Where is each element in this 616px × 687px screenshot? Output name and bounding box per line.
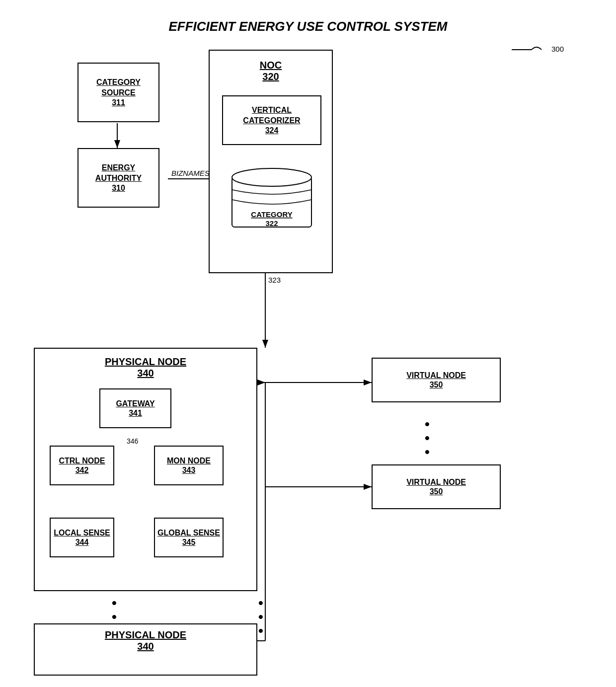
local-sense-num: 344 [76,538,89,547]
physical-node-1-num: 340 [35,368,256,379]
global-sense-label: GLOBAL SENSE [157,528,220,538]
category-source-label: CATEGORY SOURCE [96,77,141,98]
energy-authority-box: ENERGY AUTHORITY 310 [77,148,159,208]
physical-node-1-box: PHYSICAL NODE 340 GATEWAY 341 346 CTRL N… [34,348,257,591]
gateway-num: 341 [129,409,142,418]
category-source-box: CATEGORY SOURCE 311 [77,63,159,122]
noc-label: NOC [210,60,332,71]
local-sense-box: LOCAL SENSE 344 [50,518,114,557]
noc-box: NOC 320 VERTICAL CATEGORIZER 324 CATEGOR… [209,50,333,273]
mon-node-num: 343 [182,466,196,475]
local-sense-label: LOCAL SENSE [54,528,110,538]
ref-346: 346 [127,437,138,445]
energy-authority-label: ENERGY AUTHORITY [95,163,142,184]
global-sense-box: GLOBAL SENSE 345 [154,518,224,557]
gateway-box: GATEWAY 341 [99,388,171,428]
ref-323: 323 [268,276,281,284]
svg-text:CATEGORY: CATEGORY [251,210,292,219]
physical-node-2-label: PHYSICAL NODE [35,629,256,641]
ellipsis-dots-3: ••• [258,596,264,638]
vertical-categorizer-box: VERTICAL CATEGORIZER 324 [222,95,321,145]
virtual-node-1-box: VIRTUAL NODE 350 [372,358,501,402]
virtual-node-1-num: 350 [430,381,443,389]
vert-cat-num: 324 [265,126,279,135]
physical-node-1-label: PHYSICAL NODE [35,356,256,368]
virtual-node-2-label: VIRTUAL NODE [406,477,466,488]
diagram-container: EFFICIENT ENERGY USE CONTROL SYSTEM 300 [0,0,616,687]
physical-node-2-box: PHYSICAL NODE 340 [34,623,257,676]
ctrl-node-box: CTRL NODE 342 [50,446,114,485]
svg-point-25 [232,168,311,186]
ref-300: 300 [551,45,564,53]
mon-node-box: MON NODE 343 [154,446,224,485]
mon-node-label: MON NODE [167,456,211,466]
virtual-node-2-num: 350 [430,487,443,496]
physical-node-2-num: 340 [35,641,256,652]
vert-cat-label: VERTICAL CATEGORIZER [243,105,300,126]
noc-num: 320 [210,71,332,82]
svg-text:322: 322 [265,219,278,228]
category-source-num: 311 [112,98,125,107]
virtual-node-1-label: VIRTUAL NODE [406,371,466,381]
energy-authority-num: 310 [112,184,125,193]
page-title: EFFICIENT ENERGY USE CONTROL SYSTEM [0,19,616,34]
ellipsis-dots-1: ••• [425,417,431,459]
virtual-node-2-box: VIRTUAL NODE 350 [372,464,501,509]
biznames-label: BIZNAMES [171,169,210,177]
gateway-label: GATEWAY [116,399,154,409]
ctrl-node-label: CTRL NODE [59,456,105,466]
ctrl-node-num: 342 [76,466,89,475]
global-sense-num: 345 [182,538,196,547]
category-cylinder-svg: CATEGORY 322 [227,165,316,239]
